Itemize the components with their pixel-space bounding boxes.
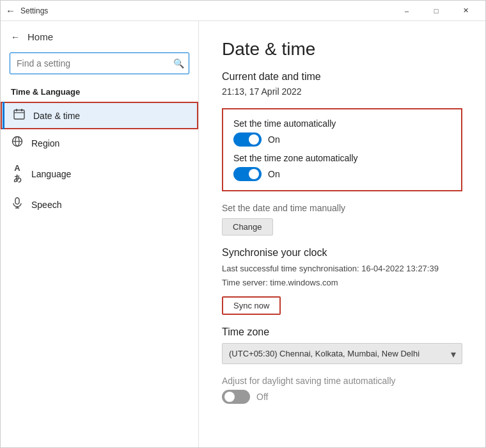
auto-time-label: Set the time automatically bbox=[233, 118, 451, 129]
auto-time-toggle-label: On bbox=[268, 134, 280, 145]
sync-now-button[interactable]: Sync now bbox=[222, 296, 281, 315]
daylight-toggle-control: Off bbox=[222, 390, 462, 404]
sync-section: Synchronise your clock Last successful t… bbox=[222, 247, 462, 315]
home-label: Home bbox=[27, 31, 53, 42]
sync-label: Synchronise your clock bbox=[222, 247, 462, 259]
minimize-button[interactable]: – bbox=[392, 1, 421, 21]
search-input[interactable] bbox=[10, 52, 189, 74]
timezone-select[interactable]: (UTC+05:30) Chennai, Kolkata, Mumbai, Ne… bbox=[222, 343, 462, 364]
manual-section: Set the date and time manually Change bbox=[222, 203, 462, 236]
manual-label: Set the date and time manually bbox=[222, 203, 462, 213]
sidebar-item-region-label: Region bbox=[31, 138, 59, 148]
auto-timezone-toggle-label: On bbox=[268, 169, 280, 179]
current-datetime-value: 21:13, 17 April 2022 bbox=[222, 86, 462, 97]
sidebar-item-speech[interactable]: Speech bbox=[1, 191, 198, 218]
timezone-section: Time zone (UTC+05:30) Chennai, Kolkata, … bbox=[222, 326, 462, 364]
change-button[interactable]: Change bbox=[222, 218, 273, 236]
back-arrow-icon[interactable]: ← bbox=[6, 5, 15, 16]
svg-rect-2 bbox=[16, 109, 17, 111]
daylight-label: Adjust for daylight saving time automati… bbox=[222, 376, 462, 386]
auto-timezone-toggle[interactable] bbox=[233, 167, 262, 181]
auto-timezone-toggle-control: On bbox=[233, 167, 451, 181]
sync-server-info: Time server: time.windows.com bbox=[222, 276, 462, 289]
auto-time-toggle[interactable] bbox=[233, 132, 262, 147]
page-title: Date & time bbox=[222, 39, 462, 60]
search-icon: 🔍 bbox=[173, 58, 184, 68]
language-icon: Aあ bbox=[11, 163, 24, 184]
main-content: Date & time Current date and time 21:13,… bbox=[199, 21, 485, 447]
content-area: ← Home 🔍 Time & Language bbox=[1, 21, 485, 447]
svg-rect-7 bbox=[15, 198, 19, 204]
auto-settings-card: Set the time automatically On Set the ti… bbox=[222, 108, 462, 191]
current-date-time-heading: Current date and time bbox=[222, 71, 462, 83]
auto-timezone-label: Set the time zone automatically bbox=[233, 153, 451, 163]
svg-rect-0 bbox=[14, 110, 24, 119]
sync-last-info: Last successful time synchronisation: 16… bbox=[222, 262, 462, 275]
daylight-toggle[interactable] bbox=[222, 390, 250, 404]
maximize-button[interactable]: □ bbox=[421, 1, 451, 21]
sidebar-item-language-label: Language bbox=[31, 169, 71, 179]
titlebar-controls: – □ ✕ bbox=[392, 1, 480, 21]
home-nav[interactable]: ← Home bbox=[1, 21, 198, 47]
auto-timezone-row: Set the time zone automatically On bbox=[233, 153, 451, 181]
sidebar-item-region[interactable]: Region bbox=[1, 129, 198, 157]
sidebar-item-date-time[interactable]: Date & time bbox=[1, 102, 198, 129]
region-icon bbox=[11, 136, 24, 150]
home-back-arrow-icon: ← bbox=[11, 32, 20, 42]
date-time-icon bbox=[13, 108, 26, 123]
search-container: 🔍 bbox=[10, 52, 189, 74]
speech-icon bbox=[11, 197, 24, 212]
auto-time-row: Set the time automatically On bbox=[233, 118, 451, 147]
timezone-select-wrap: (UTC+05:30) Chennai, Kolkata, Mumbai, Ne… bbox=[222, 343, 462, 364]
titlebar-left: ← Settings bbox=[6, 5, 48, 16]
svg-rect-3 bbox=[21, 109, 22, 111]
timezone-label: Time zone bbox=[222, 326, 462, 338]
sidebar-section-title: Time & Language bbox=[1, 84, 198, 102]
close-button[interactable]: ✕ bbox=[451, 1, 480, 21]
sidebar-item-language[interactable]: Aあ Language bbox=[1, 157, 198, 191]
auto-time-toggle-control: On bbox=[233, 132, 451, 147]
sidebar: ← Home 🔍 Time & Language bbox=[1, 21, 199, 447]
daylight-toggle-label: Off bbox=[256, 392, 268, 402]
titlebar-title: Settings bbox=[20, 6, 48, 15]
sidebar-item-speech-label: Speech bbox=[31, 200, 61, 210]
sidebar-item-date-time-label: Date & time bbox=[33, 111, 80, 121]
daylight-section: Adjust for daylight saving time automati… bbox=[222, 376, 462, 404]
settings-window: ← Settings – □ ✕ ← Home 🔍 Time & Languag… bbox=[0, 0, 486, 448]
titlebar: ← Settings – □ ✕ bbox=[1, 1, 485, 21]
